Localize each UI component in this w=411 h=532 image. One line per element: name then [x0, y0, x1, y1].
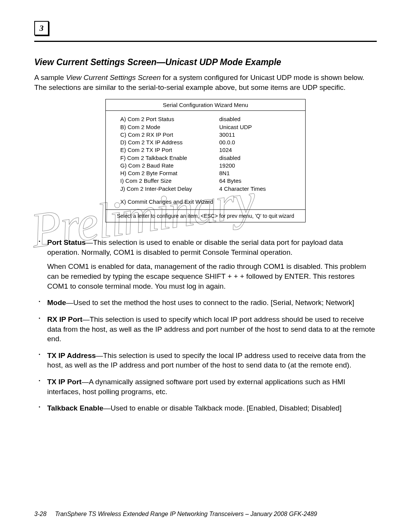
intro-pre: A sample	[34, 73, 66, 81]
term: Port Status	[47, 238, 86, 246]
list-item: RX IP Port—This selection is used to spe…	[34, 315, 377, 344]
menu-row: D) Com 2 TX IP Address00.0.0	[120, 139, 301, 146]
menu-label: E) Com 2 TX IP Port	[120, 146, 219, 154]
menu-value: 30011	[219, 131, 301, 139]
term: Mode	[47, 299, 66, 307]
menu-label: J) Com 2 Inter-Packet Delay	[120, 185, 219, 193]
term-body: —Used to set the method the host uses to…	[66, 299, 354, 307]
header-rule	[34, 41, 377, 42]
term-body: —This selection is used to specify which…	[47, 315, 375, 343]
menu-label: F) Com 2 Talkback Enable	[120, 154, 219, 162]
term: Talkback Enable	[47, 404, 104, 412]
chapter-number-box: 3	[34, 21, 49, 35]
menu-label: B) Com 2 Mode	[120, 123, 219, 131]
list-item: TX IP Address—This selection is used to …	[34, 351, 377, 370]
menu-value: disabled	[219, 115, 301, 123]
term-body: —A dynamically assigned software port us…	[47, 378, 345, 396]
footer-title: TranSphere TS Wireless Extended Range IP…	[55, 511, 317, 517]
menu-row: J) Com 2 Inter-Packet Delay4 Character T…	[120, 185, 301, 193]
definition-list: Port Status—This selection is used to en…	[34, 238, 377, 413]
chapter-number: 3	[40, 23, 44, 33]
intro-emphasis: View Current Settings Screen	[66, 73, 161, 81]
intro-paragraph: A sample View Current Settings Screen fo…	[34, 73, 377, 92]
serial-config-menu: Serial Configuration Wizard Menu A) Com …	[105, 99, 306, 222]
menu-value: disabled	[219, 154, 301, 162]
term: RX IP Port	[47, 315, 83, 323]
menu-label: A) Com 2 Port Status	[120, 115, 219, 123]
term-body: —Used to enable or disable Talkback mode…	[104, 404, 342, 412]
menu-row: I) Com 2 Buffer Size64 Bytes	[120, 177, 301, 185]
menu-value: 00.0.0	[219, 139, 301, 146]
menu-row: G) Com 2 Baud Rate19200	[120, 162, 301, 169]
menu-row: E) Com 2 TX IP Port1024	[120, 146, 301, 154]
list-item: Talkback Enable—Used to enable or disabl…	[34, 403, 377, 413]
menu-label: C) Com 2 RX IP Port	[120, 131, 219, 139]
page-footer: 3-28 TranSphere TS Wireless Extended Ran…	[34, 511, 377, 518]
menu-row: B) Com 2 ModeUnicast UDP	[120, 123, 301, 131]
menu-row: F) Com 2 Talkback Enabledisabled	[120, 154, 301, 162]
menu-value: 64 Bytes	[219, 177, 301, 185]
menu-label: G) Com 2 Baud Rate	[120, 162, 219, 169]
menu-value: 4 Character Times	[219, 185, 301, 193]
menu-label: H) Com 2 Byte Format	[120, 169, 219, 177]
term-extra: When COM1 is enabled for data, managemen…	[47, 262, 366, 290]
term-body: —This selection is used to enable or dis…	[47, 238, 343, 256]
menu-label: I) Com 2 Buffer Size	[120, 177, 219, 185]
menu-title: Serial Configuration Wizard Menu	[106, 99, 305, 111]
term: TX IP Address	[47, 351, 96, 359]
list-item: Port Status—This selection is used to en…	[34, 238, 377, 291]
menu-label: D) Com 2 TX IP Address	[120, 139, 219, 146]
menu-commit: X) Commit Changes and Exit Wizard	[120, 198, 213, 206]
term: TX IP Port	[47, 378, 81, 386]
list-item: TX IP Port—A dynamically assigned softwa…	[34, 377, 377, 396]
menu-value: 8N1	[219, 169, 301, 177]
menu-footer: Select a letter to configure an item, <E…	[106, 209, 305, 222]
list-item: Mode—Used to set the method the host use…	[34, 298, 377, 308]
menu-value: Unicast UDP	[219, 123, 301, 131]
section-heading: View Current Settings Screen—Unicast UDP…	[34, 57, 377, 67]
menu-value: 1024	[219, 146, 301, 154]
menu-value: 19200	[219, 162, 301, 169]
menu-row: C) Com 2 RX IP Port30011	[120, 131, 301, 139]
menu-row: H) Com 2 Byte Format8N1	[120, 169, 301, 177]
page-number: 3-28	[34, 511, 46, 518]
menu-row: A) Com 2 Port Statusdisabled	[120, 115, 301, 123]
menu-body: A) Com 2 Port Statusdisabled B) Com 2 Mo…	[106, 111, 305, 209]
menu-commit-row: X) Commit Changes and Exit Wizard	[120, 198, 301, 206]
